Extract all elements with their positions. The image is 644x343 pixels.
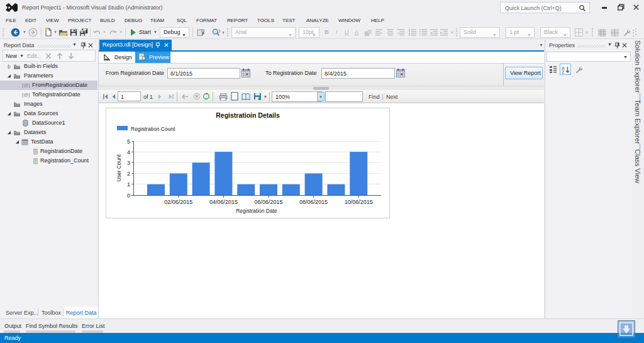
svg-text:Registration Count: Registration Count — [131, 126, 175, 132]
svg-text:Registration Date: Registration Date — [236, 208, 277, 214]
svg-text:4: 4 — [127, 149, 130, 155]
svg-text:Registratioin Details: Registratioin Details — [216, 111, 280, 119]
svg-text:Z: Z — [562, 70, 565, 74]
svg-text:10/06/2015: 10/06/2015 — [345, 199, 373, 205]
svg-text:2: 2 — [127, 171, 130, 177]
svg-text:3: 3 — [127, 160, 130, 166]
svg-text:User Count: User Count — [116, 154, 122, 182]
svg-text:1: 1 — [127, 181, 130, 188]
svg-text:02/06/2015: 02/06/2015 — [164, 199, 192, 205]
svg-text:08/06/2015: 08/06/2015 — [299, 199, 328, 205]
svg-text:04/06/2015: 04/06/2015 — [209, 199, 238, 205]
svg-text:0: 0 — [127, 193, 130, 199]
svg-text:06/06/2015: 06/06/2015 — [254, 199, 282, 205]
svg-text:5: 5 — [127, 138, 130, 145]
